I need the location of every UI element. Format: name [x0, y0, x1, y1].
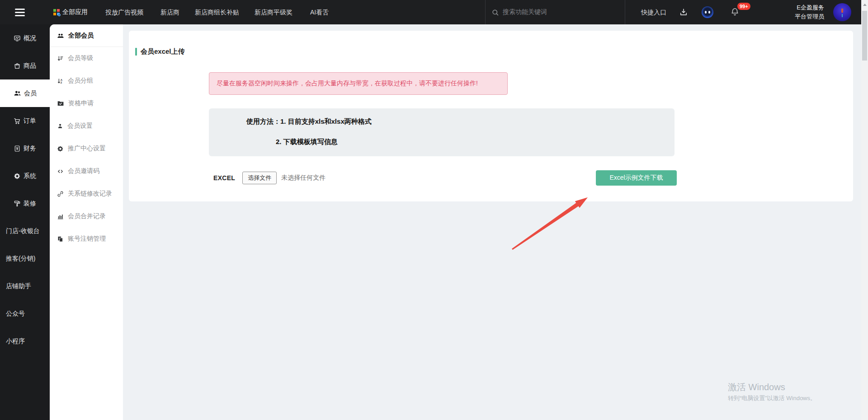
sidebar-item-mini-program[interactable]: 小程序 [0, 327, 50, 355]
search-placeholder: 搜索功能关键词 [503, 8, 547, 16]
overview-icon [14, 35, 21, 42]
svg-text:A: A [61, 78, 63, 81]
decorate-icon [14, 200, 21, 207]
sidebar-item-goods[interactable]: 商品 [0, 52, 50, 79]
workspace: 全部会员 会员等级 A Z 会员分组 [50, 24, 861, 420]
windows-activation-watermark: 激活 Windows 转到“电脑设置”以激活 Windows。 [728, 382, 816, 402]
submenu-item-invite-code[interactable]: 会员邀请码 [50, 160, 123, 182]
watermark-line-1: 激活 Windows [728, 382, 816, 392]
system-icon [14, 173, 21, 180]
page-title-text: 会员excel上传 [141, 47, 185, 56]
menu-item-ad-video[interactable]: 投放广告视频 [105, 0, 143, 24]
search-input[interactable]: 搜索功能关键词 [485, 0, 625, 24]
hamburger-menu-icon[interactable] [15, 9, 25, 16]
sidebar-label: 小程序 [6, 337, 25, 345]
top-navbar: 全部应用 投放广告视频 新店商 新店商组长补贴 新店商平级奖 AI看舌 搜索功能… [0, 0, 861, 24]
menu-item-leader-bonus[interactable]: 新店商组长补贴 [195, 0, 239, 24]
upload-card: 会员excel上传 尽量在服务器空闲时间来操作，会占用大量内存与带宽，在获取过程… [129, 31, 853, 201]
download-icon[interactable] [679, 8, 688, 17]
warning-banner: 尽量在服务器空闲时间来操作，会占用大量内存与带宽，在获取过程中，请不要进行任何操… [209, 72, 508, 95]
submenu-item-merge-log[interactable]: 会员合并记录 [50, 205, 123, 228]
submenu-label: 会员等级 [68, 54, 93, 62]
submenu-label: 会员合并记录 [68, 212, 106, 220]
sidebar-label: 推客(分销) [6, 255, 35, 263]
qualification-icon [57, 100, 64, 107]
sidebar-item-official-account[interactable]: 公众号 [0, 300, 50, 327]
merge-log-icon [57, 213, 64, 220]
excel-sample-download-button[interactable]: Excel示例文件下载 [596, 170, 677, 186]
submenu-item-qualification[interactable]: 资格申请 [50, 92, 123, 115]
scroll-up-arrow-icon[interactable] [863, 4, 867, 6]
orders-icon [14, 117, 21, 125]
sidebar-label: 装修 [24, 200, 36, 208]
all-members-icon [57, 32, 64, 39]
warning-text: 尽量在服务器空闲时间来操作，会占用大量内存与带宽，在获取过程中，请不要进行任何操… [217, 79, 478, 88]
sidebar-label: 财务 [24, 145, 36, 153]
sidebar-item-shop-assistant[interactable]: 店铺助手 [0, 272, 50, 300]
sidebar-label: 会员 [24, 89, 37, 98]
svg-text:Z: Z [61, 81, 62, 84]
menu-item-new-shop[interactable]: 新店商 [160, 0, 179, 24]
sidebar-label: 概况 [24, 34, 36, 42]
user-info[interactable]: E企盈服务 平台管理员 [795, 3, 824, 21]
submenu-label: 推广中心设置 [68, 145, 106, 153]
file-status-text: 未选择任何文件 [281, 174, 326, 182]
all-apps-label: 全部应用 [62, 8, 88, 16]
sidebar-label: 门店-收银台 [6, 227, 40, 235]
search-icon [491, 9, 499, 16]
submenu-label: 会员设置 [67, 122, 93, 130]
quick-entry-button[interactable]: 快捷入口 [641, 0, 666, 24]
sidebar-item-store-cashier[interactable]: 门店-收银台 [0, 217, 50, 245]
finance-icon [14, 145, 21, 152]
submenu-item-member-level[interactable]: 会员等级 [50, 47, 123, 70]
usage-line-2: 2. 下载模板填写信息 [276, 138, 338, 146]
member-group-icon: A Z [57, 78, 64, 84]
sidebar-item-orders[interactable]: 订单 [0, 107, 50, 135]
submenu-label: 关系链修改记录 [68, 190, 112, 198]
sidebar-item-system[interactable]: 系统 [0, 162, 50, 190]
sidebar-label: 系统 [24, 172, 36, 180]
submenu-item-promotion-settings[interactable]: 推广中心设置 [50, 137, 123, 160]
avatar[interactable] [833, 3, 851, 21]
sidebar-item-distribution[interactable]: 推客(分销) [0, 245, 50, 272]
submenu-item-member-settings[interactable]: 会员设置 [50, 115, 123, 137]
submenu-item-relation-log[interactable]: 关系链修改记录 [50, 182, 123, 205]
excel-field-label: EXCEL [213, 174, 235, 182]
members-icon [14, 89, 21, 97]
submenu-item-account-cancellation[interactable]: 账号注销管理 [50, 228, 123, 250]
scrollbar-track[interactable] [861, 0, 868, 420]
promotion-settings-icon [57, 145, 64, 152]
submenu-label: 全部会员 [68, 32, 94, 40]
submenu-label: 会员邀请码 [68, 167, 99, 175]
sidebar-label: 店铺助手 [6, 282, 31, 290]
usage-line-1: 使用方法：1. 目前支持xls和xlsx两种格式 [246, 117, 372, 126]
usage-instructions: 使用方法：1. 目前支持xls和xlsx两种格式 2. 下载模板填写信息 [209, 108, 675, 156]
sidebar-item-decorate[interactable]: 装修 [0, 190, 50, 217]
sidebar-item-finance[interactable]: 财务 [0, 135, 50, 162]
submenu-label: 会员分组 [68, 77, 93, 85]
goods-icon [14, 62, 21, 70]
menu-item-ai-tongue[interactable]: AI看舌 [310, 0, 329, 24]
menu-item-peer-award[interactable]: 新店商平级奖 [255, 0, 292, 24]
member-submenu: 全部会员 会员等级 A Z 会员分组 [50, 24, 123, 420]
notification-badge: 99+ [737, 3, 750, 10]
choose-file-button[interactable]: 选择文件 [242, 172, 277, 184]
scrollbar-thumb[interactable] [862, 11, 867, 61]
sidebar-item-overview[interactable]: 概况 [0, 24, 50, 52]
page-title: 会员excel上传 [135, 47, 185, 56]
sidebar-label: 商品 [24, 62, 36, 70]
submenu-label: 资格申请 [68, 99, 94, 107]
ai-assistant-icon[interactable] [702, 6, 713, 18]
sidebar-item-members[interactable]: 会员 [0, 79, 50, 107]
main-content: 会员excel上传 尽量在服务器空闲时间来操作，会占用大量内存与带宽，在获取过程… [123, 24, 861, 420]
title-accent-bar [135, 48, 137, 56]
account-cancellation-icon [57, 236, 64, 243]
submenu-item-all-members[interactable]: 全部会员 [50, 24, 123, 47]
excel-upload-row: EXCEL 选择文件 未选择任何文件 [213, 170, 326, 186]
apps-grid-icon [53, 9, 60, 15]
all-apps-button[interactable]: 全部应用 [53, 0, 88, 24]
org-name: E企盈服务 [795, 3, 824, 12]
sidebar-label: 订单 [24, 117, 36, 125]
invite-code-icon [57, 168, 64, 175]
submenu-item-member-group[interactable]: A Z 会员分组 [50, 70, 123, 92]
